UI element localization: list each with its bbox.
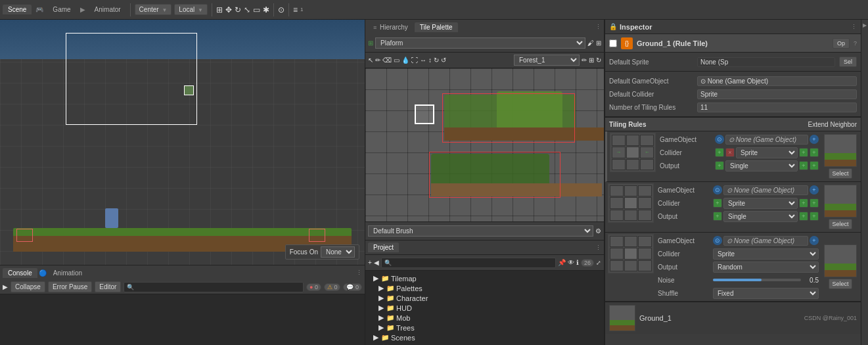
rule-1-add-icon[interactable]: + <box>810 135 819 144</box>
active-checkbox[interactable] <box>609 39 617 47</box>
fill-tool-icon[interactable]: ⛶ <box>411 57 418 64</box>
focus-on-dropdown[interactable]: None <box>321 246 355 258</box>
rule-1-add-btn[interactable]: + <box>715 148 724 157</box>
folder-character[interactable]: ▶ 📁 Character <box>376 293 601 303</box>
project-menu-icon[interactable]: ⋮ <box>595 244 601 251</box>
tab-console[interactable]: Console <box>3 268 37 278</box>
rule-2-out-paste-btn[interactable]: + <box>810 212 819 221</box>
project-eye-icon[interactable]: 👁 <box>568 259 574 266</box>
move-tool-icon[interactable]: ✥ <box>225 5 232 14</box>
edit-forest-icon[interactable]: ✏ <box>582 57 587 64</box>
custom-tool-icon[interactable]: ✱ <box>263 5 269 14</box>
paint-tool-icon[interactable]: ✏ <box>375 57 380 64</box>
inspector-menu-icon[interactable]: ⋮ <box>851 24 857 30</box>
brush-settings-icon[interactable]: ⚙ <box>595 227 601 235</box>
caret-icon[interactable]: ▶ <box>3 283 8 290</box>
tab-tile-palette[interactable]: Tile Palette <box>415 22 458 32</box>
tab-hierarchy[interactable]: ≡ Hierarchy <box>368 22 413 32</box>
menu-icon[interactable]: ⋮ <box>356 269 362 276</box>
rule-3-output-select[interactable]: Random <box>713 262 819 273</box>
rule-1-copy-btn[interactable]: + <box>799 148 808 157</box>
editor-btn[interactable]: Editor <box>95 281 121 292</box>
rotate-tool-icon[interactable]: ↻ <box>235 5 241 14</box>
rule-1-paste-btn[interactable]: + <box>810 148 819 157</box>
rule-2-add-icon[interactable]: + <box>810 185 819 195</box>
rule-1-collider-select[interactable]: Sprite <box>736 147 798 158</box>
collapse-right-icon[interactable]: ▶ <box>862 22 868 28</box>
rule-2-paste-btn[interactable]: + <box>810 198 819 208</box>
project-expand-icon[interactable]: ⤢ <box>596 260 601 266</box>
rule-2-info-icon[interactable]: ⊙ <box>713 185 722 195</box>
mid-menu-icon[interactable]: ⋮ <box>595 24 601 30</box>
rule-1-out-copy-btn[interactable]: + <box>799 161 808 170</box>
step-icon[interactable]: ≡ <box>293 5 298 14</box>
grid-settings-icon[interactable]: ⊞ <box>596 39 601 47</box>
project-search[interactable]: 🔍 <box>381 258 556 268</box>
inspector-help-icon[interactable]: ? <box>854 40 857 47</box>
play-icon[interactable]: ⊙ <box>278 5 285 14</box>
tab-game[interactable]: Game <box>47 5 76 14</box>
tile-canvas[interactable] <box>365 68 604 221</box>
rule-2-add-btn[interactable]: + <box>713 198 722 208</box>
folder-trees[interactable]: ▶ 📁 Trees <box>376 323 601 333</box>
folder-scenes[interactable]: ▶ 📁 Scenes <box>368 333 601 342</box>
brush-dropdown[interactable]: Default Brush <box>368 225 593 237</box>
grid-layout-icon[interactable]: ⊞ <box>216 5 223 14</box>
rule-2-output-select[interactable]: Single <box>723 211 798 222</box>
rule-1-out-add-btn[interactable]: + <box>715 161 724 170</box>
rule-3-shuffle-select[interactable]: Fixed <box>713 288 819 299</box>
erase-tool-icon[interactable]: ⌫ <box>382 57 392 64</box>
rule-1-output-select[interactable]: Single <box>725 160 798 172</box>
folder-tilemap[interactable]: ▶ 📁 Tilemap <box>368 273 601 283</box>
rotate-ccw-icon[interactable]: ↺ <box>441 57 446 64</box>
paint-brush-icon[interactable]: 🖌 <box>587 39 594 47</box>
rule-2-select-btn[interactable]: Select <box>829 219 852 229</box>
project-pin-icon[interactable]: 📌 <box>558 259 566 266</box>
box-tool-icon[interactable]: ▭ <box>394 57 400 64</box>
refresh-icon[interactable]: ↻ <box>596 57 601 64</box>
error-pause-btn[interactable]: Error Pause <box>48 281 92 292</box>
rule-2-copy-btn[interactable]: + <box>799 198 808 208</box>
space-dropdown[interactable]: Local ▼ <box>174 4 208 15</box>
folder-settings[interactable]: ▶ 📁 Settings <box>368 342 601 345</box>
rotate-cw-icon[interactable]: ↻ <box>434 57 439 64</box>
folder-hud[interactable]: ▶ 📁 HUD <box>376 303 601 313</box>
tab-project[interactable]: Project <box>368 242 399 252</box>
project-info-icon[interactable]: ℹ <box>576 259 579 266</box>
eyedropper-icon[interactable]: 💧 <box>401 57 409 64</box>
tab-scene[interactable]: Scene <box>3 5 32 14</box>
collapse-btn[interactable]: Collapse <box>11 281 45 292</box>
rule-1-out-paste-btn[interactable]: + <box>810 161 819 170</box>
flip-v-icon[interactable]: ↕ <box>428 57 432 64</box>
select-tool-icon[interactable]: ↖ <box>368 57 373 64</box>
rect-tool-icon[interactable]: ▭ <box>253 5 260 14</box>
grid-view-icon[interactable]: ⊞ <box>589 57 594 64</box>
arrow-left-icon[interactable]: ◀ <box>374 259 379 266</box>
rule-1-info-icon[interactable]: ⊙ <box>715 135 724 144</box>
rule-3-add-icon[interactable]: + <box>810 236 819 245</box>
rule-3-collider-select[interactable]: Sprite <box>713 248 819 260</box>
forest-dropdown[interactable]: Forest_1 <box>514 55 580 66</box>
tab-animation[interactable]: Animation <box>48 268 87 278</box>
console-search[interactable]: 🔍 <box>124 282 304 292</box>
flip-h-icon[interactable]: ↔ <box>420 57 426 64</box>
rule-3-info-icon[interactable]: ⊙ <box>713 236 722 245</box>
rule-2-collider-select[interactable]: Sprite <box>723 198 798 209</box>
rule-3-select-btn[interactable]: Select <box>829 279 852 289</box>
folder-palettes[interactable]: ▶ 📁 Palettes <box>376 283 601 293</box>
open-btn[interactable]: Op <box>833 38 850 49</box>
rule-1-select-btn[interactable]: Select <box>829 168 852 179</box>
rule-1-remove-btn[interactable]: × <box>725 148 735 157</box>
rule-2-out-add-btn[interactable]: + <box>713 212 722 221</box>
rule-2-out-copy-btn[interactable]: + <box>799 212 808 221</box>
scene-view[interactable]: Focus On None <box>0 20 365 265</box>
platform-dropdown[interactable]: Plaform <box>375 37 585 49</box>
rule-2-grid <box>608 183 654 223</box>
folder-mob[interactable]: ▶ 📁 Mob <box>376 313 601 323</box>
add-icon[interactable]: + <box>368 259 372 266</box>
sprite-select-btn[interactable]: Sel <box>839 57 857 67</box>
pivot-dropdown[interactable]: Center ▼ <box>135 4 172 15</box>
noise-slider[interactable] <box>713 279 801 281</box>
tab-animator[interactable]: Animator <box>89 5 126 14</box>
scale-tool-icon[interactable]: ⤡ <box>244 5 250 14</box>
